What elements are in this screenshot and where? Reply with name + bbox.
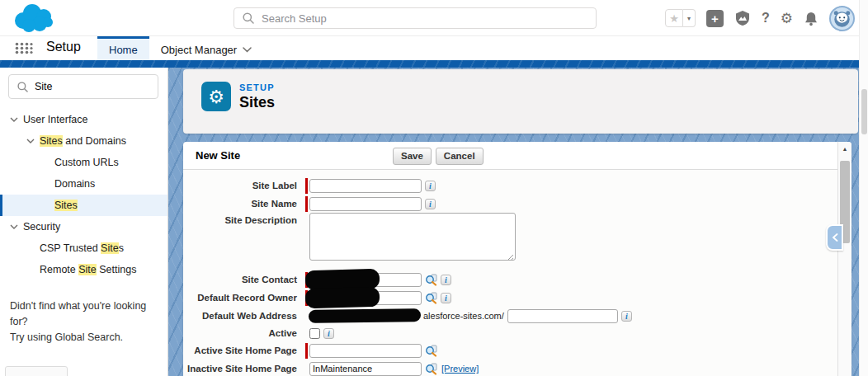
info-icon[interactable]: i: [621, 311, 632, 322]
sidebar-item-remote-site-settings[interactable]: Remote Site Settings: [0, 259, 167, 280]
sidebar-item-sites-and-domains[interactable]: Sites and Domains: [0, 130, 167, 152]
setup-gear-icon[interactable]: ⚙: [781, 12, 793, 26]
redaction-blob: [305, 286, 380, 308]
save-button[interactable]: Save: [393, 148, 432, 165]
favorites-caret-down-icon[interactable]: ▾: [683, 9, 696, 27]
sidebar-item-security[interactable]: Security: [0, 216, 167, 237]
lookup-icon[interactable]: [425, 292, 437, 304]
notifications-bell-icon[interactable]: [804, 11, 818, 26]
row-default-record-owner: Default Record Owner i: [183, 289, 837, 307]
row-inactive-site-home-page: Inactive Site Home Page [Preview]: [183, 360, 837, 376]
row-site-description: Site Description: [183, 213, 837, 266]
web-address-domain-suffix: alesforce-sites.com/: [423, 311, 504, 321]
main-content: ⚙ SETUP Sites New Site Save Cancel Site …: [168, 68, 859, 376]
info-icon[interactable]: i: [441, 293, 451, 303]
lookup-icon[interactable]: [425, 363, 437, 375]
favorite-star-icon[interactable]: ★: [665, 9, 683, 27]
site-label-input[interactable]: [309, 179, 422, 193]
scroll-up-arrow[interactable]: ▲: [838, 142, 851, 156]
tab-object-manager[interactable]: Object Manager: [149, 36, 264, 60]
panel-header: New Site Save Cancel: [183, 142, 851, 169]
site-name-input[interactable]: [309, 197, 422, 211]
tab-home[interactable]: Home: [97, 36, 149, 60]
field-label: Site Name: [183, 199, 305, 209]
panel-scrollbar[interactable]: ▲: [837, 142, 851, 376]
page-header-card: ⚙ SETUP Sites: [183, 69, 858, 134]
setup-sidebar: User Interface Sites and Domains Custom …: [0, 68, 168, 376]
favorites-control: ★ ▾: [665, 9, 696, 27]
sidebar-item-sites[interactable]: Sites: [0, 195, 167, 216]
global-search[interactable]: [234, 7, 597, 29]
brand-divider-band: [0, 60, 868, 68]
sidebar-search-input[interactable]: [35, 81, 134, 92]
tab-object-manager-label: Object Manager: [161, 44, 238, 56]
status-popup-edge: [5, 366, 68, 376]
row-default-web-address: Default Web Address alesforce-sites.com/…: [183, 307, 837, 325]
sidebar-item-domains[interactable]: Domains: [0, 173, 167, 195]
help-panel-collapse-handle[interactable]: [826, 224, 843, 251]
row-active: Active i: [183, 325, 837, 341]
preview-link[interactable]: [Preview]: [441, 364, 479, 374]
field-label: Site Label: [183, 181, 305, 190]
lookup-icon[interactable]: [425, 274, 437, 286]
site-description-textarea[interactable]: [309, 213, 516, 261]
cancel-button[interactable]: Cancel: [436, 148, 484, 165]
salesforce-logo-cloud[interactable]: [10, 2, 58, 37]
salesforce-setup-window: ★ ▾ + ? ⚙: [0, 0, 868, 376]
row-site-contact: Site Contact i: [183, 270, 837, 289]
active-site-home-page-input[interactable]: [309, 344, 422, 358]
user-avatar[interactable]: [829, 6, 855, 31]
search-icon: [243, 12, 254, 24]
info-icon[interactable]: i: [425, 199, 436, 209]
global-add-button[interactable]: +: [706, 10, 724, 27]
browser-scrollbar-thumb[interactable]: [861, 89, 867, 134]
field-label: Site Description: [183, 213, 305, 225]
info-icon[interactable]: i: [441, 275, 451, 285]
field-label: Default Record Owner: [183, 293, 305, 303]
inactive-site-home-page-input[interactable]: [309, 362, 422, 376]
setup-tree: User Interface Sites and Domains Custom …: [0, 109, 167, 280]
header-actions: ★ ▾ + ? ⚙: [665, 6, 855, 31]
info-icon[interactable]: i: [425, 181, 436, 191]
page-eyebrow: SETUP: [239, 82, 275, 92]
chevron-down-icon[interactable]: [25, 139, 36, 143]
lookup-icon[interactable]: [425, 345, 437, 357]
setup-gear-tile-icon: ⚙: [201, 82, 231, 111]
row-site-name: Site Name i: [183, 195, 837, 213]
form-title: New Site: [196, 149, 240, 162]
shield-mountain-icon: [734, 10, 751, 26]
setup-nav-bar: Setup Home Object Manager: [0, 36, 868, 60]
guidance-center-icon[interactable]: [734, 10, 751, 26]
redaction-blob: [309, 308, 421, 323]
app-launcher-icon[interactable]: [15, 42, 33, 58]
new-site-panel: New Site Save Cancel Site Label i Site: [183, 142, 851, 376]
global-header: ★ ▾ + ? ⚙: [0, 0, 868, 36]
waffle-icon: [15, 42, 33, 54]
row-site-label: Site Label i: [183, 176, 837, 195]
field-label: Inactive Site Home Page: [183, 364, 305, 374]
required-marker: [305, 343, 308, 359]
help-icon[interactable]: ?: [762, 11, 770, 26]
sidebar-item-custom-urls[interactable]: Custom URLs: [0, 152, 167, 173]
sidebar-quick-find[interactable]: [8, 74, 158, 99]
active-checkbox[interactable]: [309, 328, 320, 339]
field-label: Active Site Home Page: [183, 345, 305, 355]
chevron-down-icon[interactable]: [8, 117, 20, 122]
sidebar-item-user-interface[interactable]: User Interface: [0, 109, 167, 130]
chevron-left-icon: [832, 233, 838, 242]
sidebar-item-csp-trusted-sites[interactable]: CSP Trusted Sites: [0, 237, 167, 259]
bell-icon: [804, 11, 818, 26]
chevron-down-icon[interactable]: [8, 224, 20, 229]
tab-home-label: Home: [109, 44, 138, 56]
nav-tabs: Home Object Manager: [97, 36, 263, 60]
chevron-down-icon: [243, 47, 252, 53]
cloud-icon: [10, 2, 58, 34]
global-search-input[interactable]: [262, 12, 596, 25]
page-title: Sites: [239, 94, 275, 111]
info-icon[interactable]: i: [323, 328, 334, 339]
field-label: Active: [183, 328, 305, 338]
search-icon: [17, 82, 28, 92]
field-label: Default Web Address: [183, 311, 305, 321]
default-web-address-input[interactable]: [507, 309, 618, 323]
browser-scrollbar[interactable]: [859, 0, 868, 376]
